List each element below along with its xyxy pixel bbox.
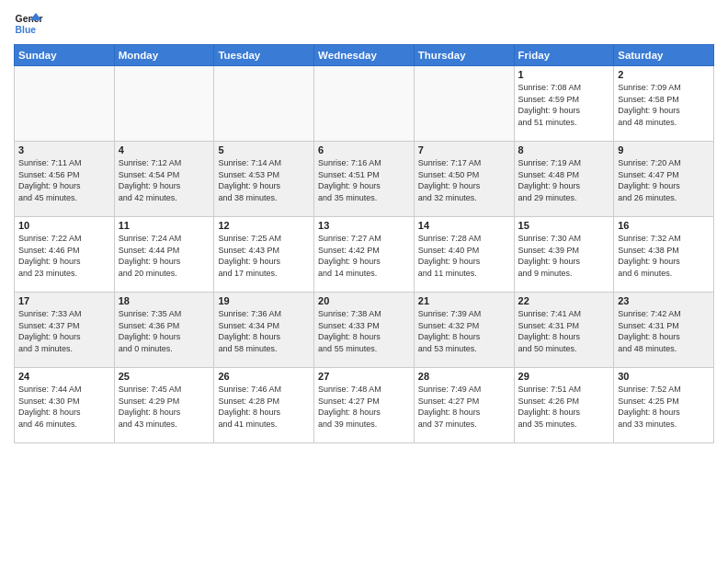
header: General Blue: [14, 9, 714, 39]
day-number: 21: [418, 295, 510, 306]
day-number: 30: [618, 371, 710, 382]
day-info: Sunrise: 7:24 AM Sunset: 4:44 PM Dayligh…: [119, 233, 210, 279]
day-cell: 4Sunrise: 7:12 AM Sunset: 4:54 PM Daylig…: [114, 142, 214, 217]
day-info: Sunrise: 7:39 AM Sunset: 4:32 PM Dayligh…: [418, 308, 510, 354]
page-container: General Blue SundayMondayTuesdayWednesda…: [0, 0, 728, 563]
weekday-header-friday: Friday: [514, 45, 614, 66]
day-cell: 20Sunrise: 7:38 AM Sunset: 4:33 PM Dayli…: [314, 293, 415, 368]
day-cell: [414, 66, 514, 142]
day-info: Sunrise: 7:28 AM Sunset: 4:40 PM Dayligh…: [418, 233, 510, 279]
day-cell: 10Sunrise: 7:22 AM Sunset: 4:46 PM Dayli…: [15, 217, 115, 293]
day-cell: 24Sunrise: 7:44 AM Sunset: 4:30 PM Dayli…: [15, 368, 115, 443]
week-row-1: 3Sunrise: 7:11 AM Sunset: 4:56 PM Daylig…: [15, 142, 714, 217]
week-row-0: 1Sunrise: 7:08 AM Sunset: 4:59 PM Daylig…: [15, 66, 714, 142]
day-cell: 5Sunrise: 7:14 AM Sunset: 4:53 PM Daylig…: [214, 142, 314, 217]
day-info: Sunrise: 7:14 AM Sunset: 4:53 PM Dayligh…: [218, 157, 310, 203]
day-info: Sunrise: 7:52 AM Sunset: 4:25 PM Dayligh…: [618, 384, 710, 430]
day-info: Sunrise: 7:42 AM Sunset: 4:31 PM Dayligh…: [618, 308, 710, 354]
day-number: 29: [518, 371, 610, 382]
day-info: Sunrise: 7:27 AM Sunset: 4:42 PM Dayligh…: [318, 233, 410, 279]
day-cell: 28Sunrise: 7:49 AM Sunset: 4:27 PM Dayli…: [414, 368, 514, 443]
day-cell: 14Sunrise: 7:28 AM Sunset: 4:40 PM Dayli…: [414, 217, 514, 293]
logo-icon: General Blue: [14, 9, 43, 39]
weekday-header-tuesday: Tuesday: [214, 45, 314, 66]
day-info: Sunrise: 7:19 AM Sunset: 4:48 PM Dayligh…: [518, 157, 610, 203]
day-cell: 23Sunrise: 7:42 AM Sunset: 4:31 PM Dayli…: [614, 293, 714, 368]
day-info: Sunrise: 7:44 AM Sunset: 4:30 PM Dayligh…: [18, 384, 110, 430]
day-info: Sunrise: 7:09 AM Sunset: 4:58 PM Dayligh…: [618, 82, 710, 128]
day-info: Sunrise: 7:46 AM Sunset: 4:28 PM Dayligh…: [218, 384, 310, 430]
day-number: 27: [318, 371, 410, 382]
day-info: Sunrise: 7:12 AM Sunset: 4:54 PM Dayligh…: [119, 157, 210, 203]
day-info: Sunrise: 7:41 AM Sunset: 4:31 PM Dayligh…: [518, 308, 610, 354]
day-number: 12: [218, 220, 310, 231]
week-row-2: 10Sunrise: 7:22 AM Sunset: 4:46 PM Dayli…: [15, 217, 714, 293]
day-number: 10: [18, 220, 110, 231]
day-number: 16: [618, 220, 710, 231]
day-cell: 17Sunrise: 7:33 AM Sunset: 4:37 PM Dayli…: [15, 293, 115, 368]
day-cell: 2Sunrise: 7:09 AM Sunset: 4:58 PM Daylig…: [614, 66, 714, 142]
day-cell: 29Sunrise: 7:51 AM Sunset: 4:26 PM Dayli…: [514, 368, 614, 443]
day-info: Sunrise: 7:33 AM Sunset: 4:37 PM Dayligh…: [18, 308, 110, 354]
day-number: 20: [318, 295, 410, 306]
day-cell: 11Sunrise: 7:24 AM Sunset: 4:44 PM Dayli…: [114, 217, 214, 293]
weekday-header-thursday: Thursday: [414, 45, 514, 66]
day-number: 25: [119, 371, 210, 382]
day-number: 2: [618, 69, 710, 80]
day-info: Sunrise: 7:48 AM Sunset: 4:27 PM Dayligh…: [318, 384, 410, 430]
day-cell: 21Sunrise: 7:39 AM Sunset: 4:32 PM Dayli…: [414, 293, 514, 368]
day-number: 8: [518, 144, 610, 155]
day-cell: 19Sunrise: 7:36 AM Sunset: 4:34 PM Dayli…: [214, 293, 314, 368]
day-cell: 22Sunrise: 7:41 AM Sunset: 4:31 PM Dayli…: [514, 293, 614, 368]
day-cell: 30Sunrise: 7:52 AM Sunset: 4:25 PM Dayli…: [614, 368, 714, 443]
day-cell: [214, 66, 314, 142]
day-info: Sunrise: 7:17 AM Sunset: 4:50 PM Dayligh…: [418, 157, 510, 203]
day-number: 15: [518, 220, 610, 231]
day-number: 24: [18, 371, 110, 382]
day-cell: 18Sunrise: 7:35 AM Sunset: 4:36 PM Dayli…: [114, 293, 214, 368]
day-info: Sunrise: 7:11 AM Sunset: 4:56 PM Dayligh…: [18, 157, 110, 203]
weekday-header-wednesday: Wednesday: [314, 45, 415, 66]
day-number: 3: [18, 144, 110, 155]
day-number: 5: [218, 144, 310, 155]
day-number: 14: [418, 220, 510, 231]
day-number: 18: [119, 295, 210, 306]
day-number: 28: [418, 371, 510, 382]
logo: General Blue: [14, 9, 43, 39]
day-cell: 1Sunrise: 7:08 AM Sunset: 4:59 PM Daylig…: [514, 66, 614, 142]
day-cell: 6Sunrise: 7:16 AM Sunset: 4:51 PM Daylig…: [314, 142, 415, 217]
day-cell: 25Sunrise: 7:45 AM Sunset: 4:29 PM Dayli…: [114, 368, 214, 443]
day-cell: 3Sunrise: 7:11 AM Sunset: 4:56 PM Daylig…: [15, 142, 115, 217]
day-info: Sunrise: 7:32 AM Sunset: 4:38 PM Dayligh…: [618, 233, 710, 279]
day-cell: 15Sunrise: 7:30 AM Sunset: 4:39 PM Dayli…: [514, 217, 614, 293]
day-info: Sunrise: 7:45 AM Sunset: 4:29 PM Dayligh…: [119, 384, 210, 430]
day-cell: 13Sunrise: 7:27 AM Sunset: 4:42 PM Dayli…: [314, 217, 415, 293]
day-number: 19: [218, 295, 310, 306]
day-number: 13: [318, 220, 410, 231]
day-info: Sunrise: 7:25 AM Sunset: 4:43 PM Dayligh…: [218, 233, 310, 279]
day-number: 6: [318, 144, 410, 155]
calendar: SundayMondayTuesdayWednesdayThursdayFrid…: [14, 44, 714, 443]
day-info: Sunrise: 7:22 AM Sunset: 4:46 PM Dayligh…: [18, 233, 110, 279]
day-number: 26: [218, 371, 310, 382]
day-cell: 12Sunrise: 7:25 AM Sunset: 4:43 PM Dayli…: [214, 217, 314, 293]
day-info: Sunrise: 7:36 AM Sunset: 4:34 PM Dayligh…: [218, 308, 310, 354]
day-number: 1: [518, 69, 610, 80]
day-info: Sunrise: 7:08 AM Sunset: 4:59 PM Dayligh…: [518, 82, 610, 128]
day-info: Sunrise: 7:35 AM Sunset: 4:36 PM Dayligh…: [119, 308, 210, 354]
weekday-header-row: SundayMondayTuesdayWednesdayThursdayFrid…: [15, 45, 714, 66]
day-info: Sunrise: 7:20 AM Sunset: 4:47 PM Dayligh…: [618, 157, 710, 203]
day-info: Sunrise: 7:49 AM Sunset: 4:27 PM Dayligh…: [418, 384, 510, 430]
day-cell: 27Sunrise: 7:48 AM Sunset: 4:27 PM Dayli…: [314, 368, 415, 443]
day-number: 23: [618, 295, 710, 306]
day-number: 7: [418, 144, 510, 155]
day-cell: 16Sunrise: 7:32 AM Sunset: 4:38 PM Dayli…: [614, 217, 714, 293]
weekday-header-monday: Monday: [114, 45, 214, 66]
day-info: Sunrise: 7:51 AM Sunset: 4:26 PM Dayligh…: [518, 384, 610, 430]
day-number: 22: [518, 295, 610, 306]
day-number: 11: [119, 220, 210, 231]
day-cell: 9Sunrise: 7:20 AM Sunset: 4:47 PM Daylig…: [614, 142, 714, 217]
week-row-3: 17Sunrise: 7:33 AM Sunset: 4:37 PM Dayli…: [15, 293, 714, 368]
weekday-header-sunday: Sunday: [15, 45, 115, 66]
day-number: 9: [618, 144, 710, 155]
